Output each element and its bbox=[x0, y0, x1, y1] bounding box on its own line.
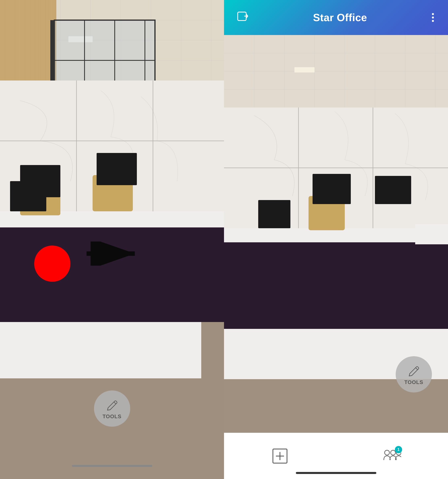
home-bar-indicator-right bbox=[296, 472, 376, 474]
svg-rect-32 bbox=[10, 181, 46, 211]
right-scene-svg bbox=[224, 35, 448, 479]
svg-rect-64 bbox=[313, 174, 351, 204]
home-bar-right bbox=[224, 472, 448, 474]
svg-line-67 bbox=[416, 368, 418, 370]
svg-rect-59 bbox=[224, 236, 448, 329]
menu-dot-2 bbox=[432, 16, 434, 19]
svg-line-41 bbox=[114, 402, 116, 404]
arrow-svg bbox=[87, 241, 143, 266]
svg-rect-60 bbox=[224, 228, 448, 242]
svg-rect-28 bbox=[0, 322, 201, 378]
right-photo-panel: TOOLS bbox=[224, 35, 448, 479]
svg-rect-65 bbox=[258, 200, 290, 228]
tab-team[interactable]: 1 bbox=[383, 447, 401, 465]
svg-rect-66 bbox=[375, 176, 411, 204]
back-icon bbox=[236, 10, 250, 25]
pencil-icon-left bbox=[105, 398, 119, 412]
svg-rect-54 bbox=[294, 67, 314, 73]
svg-rect-26 bbox=[0, 221, 224, 322]
home-bar-left bbox=[72, 465, 152, 467]
menu-button[interactable] bbox=[430, 11, 436, 24]
back-button[interactable] bbox=[236, 10, 250, 25]
menu-dot-1 bbox=[432, 13, 434, 15]
tools-label-left: TOOLS bbox=[102, 413, 121, 420]
team-badge: 1 bbox=[395, 446, 402, 453]
tools-label-right: TOOLS bbox=[404, 379, 423, 386]
add-room-icon-container bbox=[271, 447, 289, 465]
tools-button-right[interactable]: TOOLS bbox=[396, 356, 432, 393]
svg-rect-61 bbox=[415, 224, 448, 244]
red-circle-annotation bbox=[34, 246, 70, 282]
svg-point-72 bbox=[391, 450, 395, 455]
left-photo-panel: TOOLS bbox=[0, 0, 224, 479]
svg-point-71 bbox=[385, 450, 389, 455]
arrow-annotation bbox=[87, 241, 143, 266]
main-content: TOOLS bbox=[0, 0, 448, 479]
pencil-icon-right bbox=[407, 364, 421, 378]
svg-rect-34 bbox=[97, 153, 137, 185]
page-title: Star Office bbox=[313, 12, 367, 24]
menu-dot-3 bbox=[432, 20, 434, 22]
tools-button-left[interactable]: TOOLS bbox=[94, 390, 130, 427]
header-bar: Star Office bbox=[224, 0, 448, 35]
tab-add-room[interactable] bbox=[271, 447, 289, 465]
add-room-icon bbox=[271, 447, 289, 465]
team-icon-container: 1 bbox=[383, 447, 401, 465]
